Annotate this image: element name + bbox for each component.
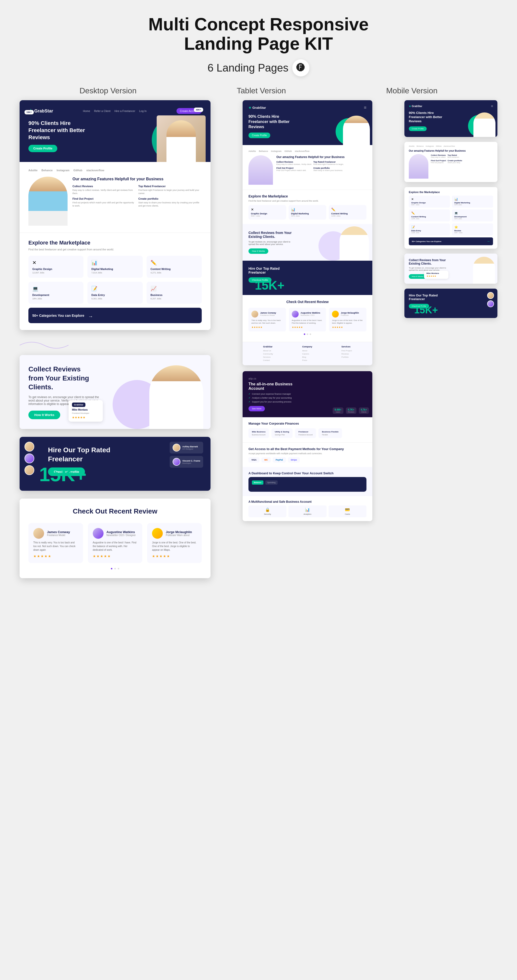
- reviews-title: Check Out Recent Review: [29, 508, 202, 515]
- tablet-logo-text: GrabStar: [252, 106, 266, 110]
- mobile-features-row: Collect Reviews Easy way to collect. Top…: [409, 154, 493, 178]
- tablet-mcard-graphic: ✕ Graphic Design 50K+ Jobs: [249, 205, 286, 220]
- desktop-features-section: Adulite Behance Instagram GitHub stackov…: [20, 162, 211, 232]
- mobile-collect-cta-button[interactable]: How It Works: [409, 274, 426, 279]
- data-entry-icon: 📝: [91, 286, 138, 291]
- tablet-business-cta-button[interactable]: See More: [249, 406, 265, 411]
- tablet-review-3-stars: ★★★★★: [332, 326, 363, 329]
- mobile-menu-icon: ≡: [491, 104, 493, 108]
- nav-link-refer[interactable]: Refer a Client: [94, 110, 110, 113]
- tablet-review-card-1: James Conway Freelance Model This is rea…: [249, 308, 286, 331]
- tablet-page-dot-3: [310, 333, 311, 335]
- hire-card-role-2: Developer: [182, 462, 200, 464]
- payment-method-mc: MC: [262, 457, 271, 463]
- tablet-business-feat-3: Support you for your accounting process: [249, 401, 366, 403]
- tablet-person-illustration: [343, 116, 370, 145]
- tablet-mcard-digital-title: Digital Marketing: [291, 212, 324, 215]
- tablet-collect-person: [339, 226, 369, 261]
- page-dot-2: [114, 568, 116, 570]
- tablet-mcard-content-title: Content Writing: [331, 212, 364, 215]
- header-subtitle: 6 Landing Pages 🅕: [20, 59, 497, 76]
- tablet-review-2-stars: ★★★★★: [292, 326, 324, 329]
- profile-card-role: Frontend Developer: [72, 412, 99, 414]
- decorative-lines: [20, 338, 211, 353]
- mobile-brands-row: Adulite Behance Instagram GitHub stackov…: [409, 145, 493, 147]
- tablet-collect-desc: To get reviews on, encourage your client…: [249, 240, 297, 245]
- tablet-collect-cta-button[interactable]: How It Works: [249, 248, 268, 254]
- tablet-features-person: [249, 155, 273, 185]
- trust-badge-1-value: 9.4M+: [335, 409, 341, 411]
- mobile-feat-2-title: Top Rated: [447, 154, 463, 156]
- features-title: Our amazing Features Helpfull for your B…: [73, 177, 202, 182]
- review-card-augustine: Augustine Watkins Newsletter CEO / Desig…: [88, 523, 143, 563]
- mobile-feat-4-desc: Share your story.: [447, 162, 463, 164]
- tablet-feature-1-title: Collect Reviews: [276, 161, 312, 163]
- hire-card-2: Vincent C. Frame Developer: [170, 456, 203, 468]
- mobile-brand-github: GitHub: [436, 145, 441, 147]
- mobile-hero-title: 90% Clients Hire Freelancer with Better …: [409, 111, 446, 124]
- mobile-mcard-content-title: Content Writing: [411, 216, 447, 218]
- augustine-role: Newsletter CEO / Designer: [106, 534, 136, 536]
- profile-card-header: GrabStar: [72, 402, 99, 407]
- mobile-label: Mobile Version: [386, 86, 438, 95]
- mobile-mcard-graphic: ✕ Graphic Design 50K+ Jobs: [409, 196, 450, 207]
- mobile-collect-person: [473, 257, 495, 284]
- tablet-reviewer-1-info: James Conway Freelance Model: [251, 311, 283, 318]
- trust-badges: 9.4M+ Users 4.7K+ Reviews 4.7k+ Clients: [333, 407, 369, 414]
- tablet-features-content: Our amazing Features Helpfull for your B…: [249, 155, 366, 185]
- marketplace-card-graphic-design: ✕ Graphic Design 12,007 Jobs: [29, 256, 84, 278]
- desktop-hire-section: Hire Our Top Rated Freelancer Checkout P…: [20, 437, 211, 491]
- hire-card-avatar-2: [173, 458, 181, 466]
- tablet-reviewer-2-name: Augustine Watkins: [301, 312, 320, 314]
- james-name-block: James Conway Freelance Model: [47, 530, 70, 536]
- desktop-navbar: ★ GrabStar Home Refer a Client Hire a Fr…: [29, 108, 202, 114]
- reviews-grid: James Conway Freelance Model This is rea…: [29, 523, 202, 563]
- trust-badge-3-label: Clients: [361, 411, 367, 413]
- tablet-page-dot-1: [304, 333, 305, 335]
- tablet-footer-col-3-title: Services: [341, 345, 352, 348]
- nav-link-login[interactable]: Log In: [139, 110, 147, 113]
- tablet-reviews-title: Check Out Recent Review: [249, 300, 366, 304]
- hire-avatar-1: [24, 442, 34, 452]
- tablet-hero-cta-button[interactable]: Create Profile: [249, 132, 270, 138]
- marketplace-card-business: 📈 Business 8,207 Jobs: [147, 282, 202, 304]
- tablet-footer-col-2-title: Company: [302, 345, 312, 348]
- mobile-feat-2: Top Rated Best freelancer.: [447, 154, 463, 158]
- collect-cta-button[interactable]: How It Works: [29, 410, 60, 419]
- mobile-content-icon: ✏️: [411, 212, 447, 215]
- manage-card-1-title: Mike Business: [252, 431, 266, 433]
- business-count: 8,207 Jobs: [151, 298, 198, 300]
- tablet-footer-col-1-title: GrabStar: [263, 345, 273, 348]
- mobile-logo-text: GrabStar: [412, 105, 422, 108]
- features-person-illustration: [29, 177, 68, 226]
- tablet-mcard-digital: 📊 Digital Marketing 40% Jobs: [289, 205, 326, 220]
- subtitle-text: 6 Landing Pages: [208, 62, 289, 74]
- tablet-mcard-content: ✏️ Content Writing 120K Jobs: [329, 205, 366, 220]
- tablet-marketplace-desc: Find the best freelancer and get creativ…: [249, 200, 366, 202]
- james-stars: ★★★★★: [33, 554, 78, 558]
- mobile-hero-cta-button[interactable]: Create Profile: [409, 126, 427, 131]
- tablet-feature-1-desc: Easy way to collect reviews. Verify clie…: [276, 163, 312, 165]
- tablet-reviews-section: Check Out Recent Review James Conway Fre…: [243, 295, 372, 342]
- hire-card-name-2: Vincent C. Frame: [182, 460, 200, 462]
- wave-decoration-svg: [20, 338, 68, 353]
- mobile-categories-text: 50+ Categories You can Explore: [412, 240, 441, 243]
- tablet-logo: ★ GrabStar: [249, 106, 266, 110]
- desktop-column: ★ GrabStar Home Refer a Client Hire a Fr…: [20, 100, 211, 586]
- mobile-mcard-categories: 50+ Categories You can Explore →: [409, 237, 493, 245]
- figma-badge: 🅕: [292, 59, 309, 76]
- trust-badge-2: 4.7K+ Reviews: [346, 407, 357, 414]
- nav-link-hire[interactable]: Hire a Freelancer: [114, 110, 135, 113]
- desktop-hero-cta-button[interactable]: Create Profile: [29, 145, 57, 152]
- desktop-hero-title: 90% Clients Hire Freelancer with Better …: [29, 120, 92, 141]
- tablet-marketplace-section: Explore the Marketplace Find the best fr…: [243, 189, 372, 224]
- brand-github: GitHub: [73, 169, 82, 172]
- nav-link-home[interactable]: Home: [83, 110, 90, 113]
- mobile-profile-card: Mike Montara ★★★★★: [424, 271, 449, 279]
- brand-stackoverflow: stackoverflow: [86, 169, 104, 172]
- hire-avatar-column: [24, 442, 34, 475]
- tablet-feature-grid: Collect Reviews Easy way to collect revi…: [276, 161, 349, 172]
- desktop-hero-section: ★ GrabStar Home Refer a Client Hire a Fr…: [20, 100, 211, 162]
- feature-top-rated-desc: Find best-right Freelancer to begin your…: [138, 189, 202, 195]
- features-text: Our amazing Features Helpfull for your B…: [73, 177, 202, 207]
